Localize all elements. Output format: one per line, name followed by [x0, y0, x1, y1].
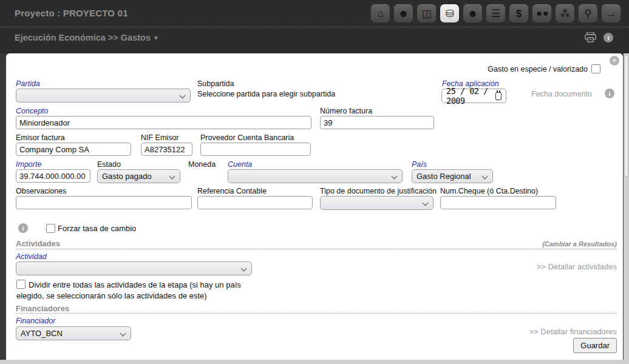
- gasto-form-panel: Gasto en especie / valorizado Partida Su…: [6, 53, 623, 360]
- observaciones-label: Observaciones: [16, 187, 66, 195]
- dividir-actividades-checkbox[interactable]: [16, 280, 25, 289]
- breadcrumb-bar: Ejecución Económica >> Gastos▼: [0, 27, 629, 53]
- info-icon[interactable]: [604, 33, 613, 42]
- main-nav: ⌂ ☻ ◫ ⛁ ☻ ☰ $ ☻☻ ⁂ ⚲ →: [371, 4, 620, 22]
- chevron-down-icon: ▼: [153, 35, 159, 41]
- numero-factura-input[interactable]: [320, 116, 434, 129]
- emisor-factura-input[interactable]: [16, 143, 131, 156]
- dividir-actividades-row: Dividir entre todas las actividades de l…: [16, 280, 242, 302]
- pais-select[interactable]: Gasto Regional: [412, 169, 493, 183]
- fecha-documento-label: Fecha documento: [531, 90, 592, 98]
- proveedor-cuenta-input[interactable]: [200, 143, 311, 156]
- estado-label: Estado: [97, 160, 121, 169]
- gasto-especie-label: Gasto en especie / valorizado: [488, 65, 588, 73]
- emisor-factura-label: Emisor factura: [16, 133, 65, 142]
- gasto-especie-checkbox[interactable]: [591, 64, 600, 73]
- importe-input[interactable]: [16, 169, 90, 183]
- estado-select[interactable]: Gasto pagado: [97, 169, 180, 183]
- home-icon[interactable]: ⌂: [371, 4, 390, 22]
- page-title: Proyecto : PROYECTO 01: [15, 8, 128, 18]
- tipo-documento-label: Tipo de documento de justificación: [320, 187, 437, 195]
- celebration-icon[interactable]: ⁂: [556, 4, 574, 22]
- tipo-documento-select[interactable]: [320, 196, 433, 210]
- divider: [16, 249, 617, 249]
- breadcrumb-label: Ejecución Económica >> Gastos: [15, 33, 151, 42]
- referencia-contable-input[interactable]: [197, 196, 313, 209]
- form-window-icon[interactable]: ◫: [417, 4, 436, 22]
- title-bar: Proyecto : PROYECTO 01 ⌂ ☻ ◫ ⛁ ☻ ☰ $ ☻☻ …: [0, 0, 629, 27]
- ledger-icon[interactable]: ☰: [486, 4, 505, 22]
- pais-label[interactable]: País: [412, 160, 427, 169]
- tasa-cambio-info-icon[interactable]: [18, 223, 28, 233]
- num-cheque-input[interactable]: [440, 196, 556, 209]
- cuenta-select[interactable]: [228, 169, 403, 183]
- database-icon[interactable]: ⛁: [440, 4, 459, 22]
- cambiar-resultados-link[interactable]: (Cambiar a Resultados): [542, 240, 617, 248]
- money-bag-icon[interactable]: $: [509, 4, 528, 22]
- bottom-scrollbar[interactable]: [0, 360, 629, 364]
- financiador-label[interactable]: Financiador: [16, 317, 55, 325]
- importe-label[interactable]: Importe: [16, 160, 41, 169]
- concepto-input[interactable]: [16, 116, 311, 129]
- guardar-button[interactable]: Guardar: [573, 338, 617, 353]
- referencia-contable-label: Referencia Contable: [197, 187, 267, 195]
- vertical-scrollbar[interactable]: [624, 53, 629, 360]
- fecha-aplicacion-input[interactable]: 25 / 02 / 2009: [441, 89, 506, 103]
- partida-select[interactable]: [16, 89, 191, 103]
- detallar-actividades-link[interactable]: >> Detallar actividades: [537, 262, 617, 271]
- scrollbar-thumb[interactable]: [624, 55, 628, 177]
- user-icon[interactable]: ☻: [463, 4, 482, 22]
- actividad-select[interactable]: [16, 261, 252, 275]
- detallar-financiadores-link[interactable]: >> Detallar financiadores: [529, 327, 617, 336]
- subpartida-hint: Seleccione partida para elegir subpartid…: [197, 90, 335, 98]
- moneda-label: Moneda: [188, 160, 216, 169]
- actividad-label[interactable]: Actividad: [16, 252, 47, 261]
- financiador-select[interactable]: AYTO_BCN: [16, 326, 131, 340]
- divider: [16, 313, 617, 314]
- nif-emisor-input[interactable]: [141, 143, 192, 156]
- breadcrumb[interactable]: Ejecución Económica >> Gastos▼: [15, 33, 159, 42]
- numero-factura-label: Número factura: [320, 107, 372, 115]
- users-icon[interactable]: ☻☻: [532, 4, 551, 22]
- close-icon[interactable]: [610, 56, 619, 66]
- calendar-icon: [495, 92, 501, 100]
- observaciones-input[interactable]: [16, 196, 192, 209]
- financiadores-section-title: Financiadores: [16, 304, 69, 313]
- cuenta-label[interactable]: Cuenta: [228, 160, 252, 169]
- nif-emisor-label: NIF Emisor: [141, 133, 179, 142]
- printer-icon[interactable]: [585, 32, 596, 42]
- fecha-documento-info-icon[interactable]: [605, 89, 614, 98]
- forzar-tasa-label: Forzar tasa de cambio: [58, 224, 136, 233]
- exit-icon[interactable]: →: [602, 4, 620, 22]
- forzar-tasa-checkbox[interactable]: [46, 224, 55, 233]
- num-cheque-label: Num.Cheque (ó Cta.Destino): [440, 187, 538, 195]
- subpartida-label: Subpartida: [197, 79, 234, 88]
- partida-label[interactable]: Partida: [16, 79, 40, 88]
- concepto-label[interactable]: Concepto: [16, 107, 49, 115]
- actividades-section-title: Actividades: [16, 239, 60, 248]
- user-clock-icon[interactable]: ☻: [394, 4, 413, 22]
- dividir-actividades-label: Dividir entre todas las actividades de l…: [16, 280, 241, 300]
- proveedor-cuenta-label: Proveedor Cuenta Bancaria: [200, 133, 294, 142]
- key-icon[interactable]: ⚲: [579, 4, 597, 22]
- fecha-aplicacion-value: 25 / 02 / 2009: [446, 86, 492, 106]
